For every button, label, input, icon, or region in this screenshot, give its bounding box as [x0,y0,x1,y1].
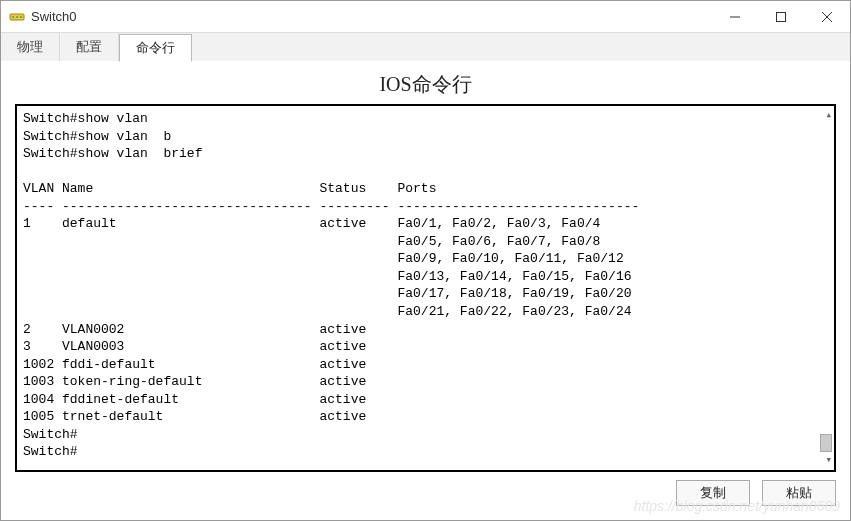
svg-point-3 [20,16,22,18]
button-row: 复制 粘贴 [15,480,836,506]
cli-title: IOS命令行 [15,71,836,98]
content-area: IOS命令行 Switch#show vlan Switch#show vlan… [1,61,850,520]
terminal-text: Switch#show vlan Switch#show vlan b Swit… [23,111,639,459]
scroll-thumb[interactable] [820,434,832,452]
window-title: Switch0 [31,9,77,24]
switch-device-icon [9,9,25,25]
svg-point-1 [12,16,14,18]
terminal[interactable]: Switch#show vlan Switch#show vlan b Swit… [15,104,836,472]
minimize-button[interactable] [712,1,758,32]
paste-button[interactable]: 粘贴 [762,480,836,506]
copy-button[interactable]: 复制 [676,480,750,506]
tab-config[interactable]: 配置 [60,33,119,61]
close-button[interactable] [804,1,850,32]
maximize-button[interactable] [758,1,804,32]
scroll-down-icon[interactable]: ▾ [825,453,832,468]
window-controls [712,1,850,32]
svg-point-2 [16,16,18,18]
app-window: Switch0 物理 配置 命令行 IOS命令行 Switch#show vla… [0,0,851,521]
tab-cli[interactable]: 命令行 [119,34,192,62]
tab-physical[interactable]: 物理 [1,33,60,61]
titlebar: Switch0 [1,1,850,33]
tabbar: 物理 配置 命令行 [1,33,850,61]
svg-rect-5 [777,12,786,21]
scroll-up-icon[interactable]: ▴ [825,108,832,123]
title-left: Switch0 [9,9,77,25]
